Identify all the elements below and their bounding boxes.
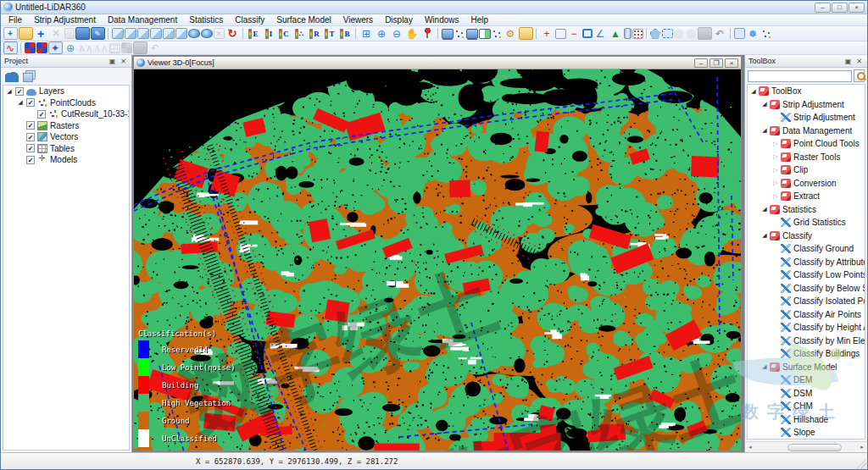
tree-item-vectors[interactable]: Vectors xyxy=(3,131,129,143)
iso-view-point-icon[interactable] xyxy=(201,29,213,38)
maximize-button[interactable]: □ xyxy=(832,3,848,13)
expander-open-icon[interactable]: ◢ xyxy=(16,99,25,106)
select-rectangle-icon[interactable] xyxy=(662,29,673,38)
tin-mesh-icon[interactable]: ∧∧ xyxy=(79,41,93,54)
measure-height-icon[interactable]: ▲ xyxy=(609,27,623,40)
view-left-icon[interactable] xyxy=(137,28,149,39)
viewer-close-button[interactable]: × xyxy=(725,58,738,68)
menu-help[interactable]: Help xyxy=(465,15,495,25)
measure-distance-icon[interactable]: − xyxy=(567,27,581,40)
tree-item-classify-ground[interactable]: Classify Ground xyxy=(748,242,865,256)
tree-item-models[interactable]: Models xyxy=(3,154,129,166)
tree-item-slope[interactable]: Slope xyxy=(748,426,865,440)
display-by-elevation-icon[interactable]: E xyxy=(247,27,261,40)
zoom-out-icon[interactable]: ⊖ xyxy=(390,27,404,40)
save-as-icon[interactable]: ✎ xyxy=(91,27,105,40)
add-pointcloud-icon[interactable] xyxy=(5,71,19,82)
tree-item-raster-tools[interactable]: ▷Raster Tools xyxy=(748,151,865,164)
display-by-blend-icon[interactable]: B xyxy=(338,27,353,40)
tree-item-rasters[interactable]: Rasters xyxy=(3,120,129,132)
remove-data-icon[interactable]: ✕ xyxy=(49,27,64,40)
snapshot-folder-icon[interactable] xyxy=(519,27,533,40)
open-project-icon[interactable] xyxy=(19,27,33,40)
full-extent-icon[interactable]: ⊞ xyxy=(359,27,374,40)
tree-item-layers[interactable]: ◢Layers xyxy=(3,86,129,97)
tree-item-strip-adjustment[interactable]: ◢Strip Adjustment xyxy=(748,98,865,112)
import-data-icon[interactable] xyxy=(64,28,75,39)
viewer-restore-button[interactable]: ❐ xyxy=(709,58,723,68)
tree-item-tables[interactable]: Tables xyxy=(3,143,129,155)
tree-item-classify-air-points[interactable]: Classify Air Points xyxy=(748,308,865,322)
cross-section-icon[interactable] xyxy=(25,42,36,53)
tree-item-dsm[interactable]: DSM xyxy=(748,387,865,401)
view-front-icon[interactable] xyxy=(112,28,124,39)
measure-panel-icon[interactable] xyxy=(555,29,566,39)
tree-item-classify-low-points[interactable]: Classify Low Points xyxy=(748,268,865,282)
tree-item-point-cloud-tools[interactable]: ▷Point Cloud Tools xyxy=(748,137,865,151)
expander-closed-icon[interactable]: ▷ xyxy=(771,141,780,147)
menu-data-management[interactable]: Data Management xyxy=(102,15,183,25)
resize-grip[interactable] xyxy=(857,459,866,468)
remove-section-icon[interactable] xyxy=(121,42,132,53)
title-bar[interactable]: Untitled-LiDAR360 – □ × xyxy=(1,1,867,14)
tree-item-dem[interactable]: DEM xyxy=(748,373,865,387)
minimize-button[interactable]: – xyxy=(815,3,831,13)
profile-tool-icon[interactable]: ∿ xyxy=(3,41,18,54)
display-by-return-icon[interactable]: R xyxy=(308,27,322,40)
tree-item-grid-statistics[interactable]: Grid Statistics xyxy=(748,216,865,229)
menu-display[interactable]: Display xyxy=(379,15,419,25)
point-budget-icon[interactable] xyxy=(492,29,503,39)
menu-statistics[interactable]: Statistics xyxy=(183,15,229,25)
scroll-left-icon[interactable]: ◂ xyxy=(745,444,755,451)
layers-stack-icon[interactable] xyxy=(23,73,33,82)
section-region-icon[interactable]: ✦ xyxy=(48,41,63,54)
display-settings-icon[interactable]: ⚙ xyxy=(504,27,518,40)
expander-closed-icon[interactable]: ▷ xyxy=(771,180,780,186)
visibility-checkbox[interactable] xyxy=(37,110,46,119)
menu-viewers[interactable]: Viewers xyxy=(337,15,379,25)
capture-screen-icon[interactable] xyxy=(442,29,453,39)
tree-item-classify-isolated-points[interactable]: Classify Isolated Points xyxy=(748,295,865,308)
tree-item-strip-adjustment[interactable]: Strip Adjustment xyxy=(748,111,865,124)
zoom-in-icon[interactable]: ⊕ xyxy=(375,27,389,40)
add-data-icon[interactable]: + xyxy=(34,27,48,40)
rotate-view-icon[interactable]: ↻ xyxy=(225,27,240,40)
expander-open-icon[interactable]: ◢ xyxy=(760,206,769,213)
toolbox-dock-icon[interactable]: ▣ xyxy=(843,58,853,65)
menu-classify[interactable]: Classify xyxy=(229,15,270,25)
tree-item-statistics[interactable]: ◢Statistics xyxy=(748,203,865,217)
tree-item-roughness[interactable]: Roughness xyxy=(748,440,865,440)
save-icon[interactable] xyxy=(75,27,90,40)
tin-wireframe-icon[interactable]: ∧∧ xyxy=(94,41,108,54)
split-view-icon[interactable] xyxy=(479,29,491,39)
display-by-rgb-icon[interactable]: ∴ xyxy=(292,27,307,40)
expander-open-icon[interactable]: ◢ xyxy=(749,88,758,95)
measure-density-icon[interactable] xyxy=(632,29,643,39)
viewer-minimize-button[interactable]: – xyxy=(694,58,708,68)
viewer-title-bar[interactable]: Viewer 3D-0[Focus] – ❐ × xyxy=(134,57,741,69)
view-iso-icon[interactable] xyxy=(175,28,187,39)
tree-item-classify-by-below-surface[interactable]: Classify by Below Surface xyxy=(748,282,865,296)
display-by-time-icon[interactable]: T xyxy=(323,27,337,40)
toolbox-horizontal-scrollbar[interactable]: ◂ ▸ xyxy=(745,441,867,452)
display-by-classification-icon[interactable]: C xyxy=(277,27,292,40)
tree-item-toolbox[interactable]: ◢ToolBox xyxy=(748,85,865,98)
cancel-selection-icon[interactable]: ↶ xyxy=(713,27,727,40)
save-section-icon[interactable] xyxy=(133,41,147,54)
tree-item-clip[interactable]: ▷Clip xyxy=(748,163,865,177)
visibility-checkbox[interactable] xyxy=(26,133,35,141)
expander-open-icon[interactable]: ◢ xyxy=(760,127,769,134)
select-polygon-icon[interactable] xyxy=(650,29,661,39)
undo-section-icon[interactable]: ↶ xyxy=(148,41,163,54)
tree-item-classify-by-height-above-ground[interactable]: Classify by Height Above Ground xyxy=(748,321,865,335)
bounding-box-icon[interactable]: ✕ xyxy=(214,28,225,39)
viewer-display-icon[interactable] xyxy=(466,29,478,39)
visibility-checkbox[interactable] xyxy=(26,144,35,152)
close-button[interactable]: × xyxy=(849,3,865,13)
pushpin-icon[interactable] xyxy=(420,27,435,40)
tree-item-chm[interactable]: CHM xyxy=(748,400,865,413)
menu-strip-adjustment[interactable]: Strip Adjustment xyxy=(28,15,102,25)
top-view-point-icon[interactable] xyxy=(188,29,200,38)
expander-closed-icon[interactable]: ▷ xyxy=(771,167,780,174)
visibility-checkbox[interactable] xyxy=(15,87,24,96)
